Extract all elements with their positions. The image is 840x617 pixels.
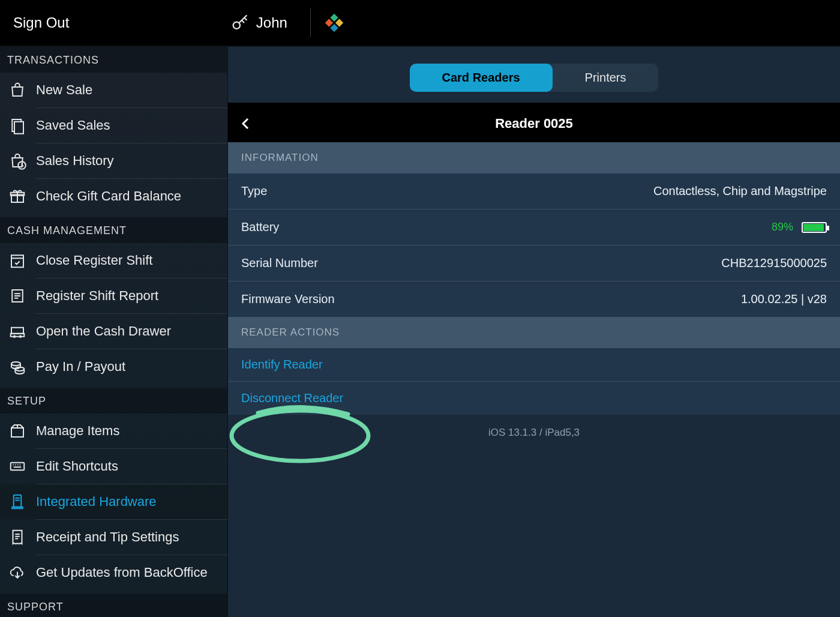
detail-header: Reader 0025: [228, 105, 840, 142]
info-label: Type: [241, 184, 267, 198]
bag-clock-icon: [8, 152, 26, 170]
sidebar-item-manage-items[interactable]: Manage Items: [0, 414, 227, 448]
app-logo-icon: [323, 11, 346, 34]
info-row-type: Type Contactless, Chip and Magstripe: [228, 173, 840, 209]
battery-percent: 89%: [772, 221, 793, 233]
sidebar-item-label: Manage Items: [36, 423, 119, 439]
sidebar-item-label: New Sale: [36, 82, 92, 98]
sidebar-item-label: Edit Shortcuts: [36, 459, 118, 474]
sidebar-item-label: Register Shift Report: [36, 288, 158, 304]
section-header-support: SUPPORT: [0, 594, 227, 617]
section-header-cash: CASH MANAGEMENT: [0, 217, 227, 243]
svg-rect-8: [11, 328, 23, 334]
cloud-download-icon: [8, 564, 26, 582]
sidebar-item-integrated-hardware[interactable]: Integrated Hardware: [0, 484, 227, 519]
svg-rect-15: [11, 463, 25, 471]
sidebar-item-open-drawer[interactable]: Open the Cash Drawer: [0, 314, 227, 349]
user-name: John: [256, 14, 287, 31]
svg-point-12: [11, 362, 20, 366]
action-identify-reader[interactable]: Identify Reader: [228, 348, 840, 381]
sidebar-item-label: Saved Sales: [36, 118, 110, 133]
info-label: Firmware Version: [241, 292, 335, 306]
info-row-serial: Serial Number CHB212915000025: [228, 245, 840, 281]
divider: [310, 8, 311, 37]
info-value: 1.00.02.25 | v28: [741, 292, 827, 306]
svg-rect-17: [12, 507, 23, 509]
receipt-icon: [8, 528, 26, 546]
sidebar-item-label: Close Register Shift: [36, 253, 152, 268]
keyboard-icon: [8, 457, 26, 475]
svg-rect-16: [14, 495, 22, 507]
sidebar-item-sales-history[interactable]: Sales History: [0, 143, 227, 178]
svg-rect-6: [11, 255, 23, 267]
info-row-firmware: Firmware Version 1.00.02.25 | v28: [228, 281, 840, 317]
key-icon: [230, 13, 250, 33]
sidebar-item-label: Get Updates from BackOffice: [36, 565, 208, 580]
svg-rect-14: [11, 428, 23, 437]
sidebar-item-pay-in-out[interactable]: Pay In / Payout: [0, 349, 227, 384]
info-row-battery: Battery 89%: [228, 209, 840, 245]
sidebar-item-shift-report[interactable]: Register Shift Report: [0, 278, 227, 313]
sidebar-item-edit-shortcuts[interactable]: Edit Shortcuts: [0, 449, 227, 484]
sidebar-item-label: Check Gift Card Balance: [36, 188, 181, 204]
back-button[interactable]: [239, 116, 253, 131]
actions-section-header: READER ACTIONS: [228, 317, 840, 348]
sidebar-item-gift-card[interactable]: Check Gift Card Balance: [0, 179, 227, 214]
section-header-transactions: TRANSACTIONS: [0, 47, 227, 73]
user-chip[interactable]: John: [230, 13, 287, 33]
bag-icon: [8, 81, 26, 99]
gift-icon: [8, 187, 26, 205]
calendar-check-icon: [8, 251, 26, 269]
report-icon: [8, 287, 26, 305]
svg-rect-2: [14, 122, 23, 134]
sidebar-item-label: Sales History: [36, 153, 114, 169]
sidebar-item-new-sale[interactable]: New Sale: [0, 73, 227, 107]
sidebar-item-label: Receipt and Tip Settings: [36, 529, 179, 545]
svg-rect-9: [11, 334, 25, 337]
info-label: Serial Number: [241, 256, 318, 270]
info-label: Battery: [241, 220, 279, 234]
sidebar: TRANSACTIONS New Sale Saved Sales Sales …: [0, 47, 228, 617]
hardware-icon: [8, 493, 26, 511]
sidebar-item-label: Open the Cash Drawer: [36, 324, 171, 339]
main-panel: Card Readers Printers Reader 0025 INFORM…: [228, 47, 840, 617]
tab-printers[interactable]: Printers: [553, 64, 659, 92]
battery-icon: [802, 222, 827, 233]
sidebar-item-label: Integrated Hardware: [36, 494, 157, 510]
svg-point-0: [233, 22, 239, 29]
sidebar-item-label: Pay In / Payout: [36, 359, 125, 375]
top-bar: Sign Out John: [0, 0, 840, 47]
sidebar-item-receipt-tip[interactable]: Receipt and Tip Settings: [0, 520, 227, 555]
info-value: Contactless, Chip and Magstripe: [653, 184, 827, 198]
sidebar-item-close-shift[interactable]: Close Register Shift: [0, 243, 227, 278]
tab-card-readers[interactable]: Card Readers: [410, 64, 553, 92]
info-value: CHB212915000025: [721, 256, 827, 270]
coins-icon: [8, 358, 26, 376]
sidebar-item-saved-sales[interactable]: Saved Sales: [0, 108, 227, 143]
device-footer: iOS 13.1.3 / iPad5,3: [228, 415, 840, 451]
detail-title: Reader 0025: [253, 116, 815, 131]
box-icon: [8, 422, 26, 440]
drawer-icon: [8, 322, 26, 340]
action-disconnect-reader[interactable]: Disconnect Reader: [228, 381, 840, 415]
sidebar-item-get-updates[interactable]: Get Updates from BackOffice: [0, 555, 227, 590]
tab-segmented-control: Card Readers Printers: [410, 64, 659, 92]
sign-out-button[interactable]: Sign Out: [13, 14, 69, 31]
saved-icon: [8, 116, 26, 134]
info-section-header: INFORMATION: [228, 142, 840, 173]
section-header-setup: SETUP: [0, 388, 227, 414]
